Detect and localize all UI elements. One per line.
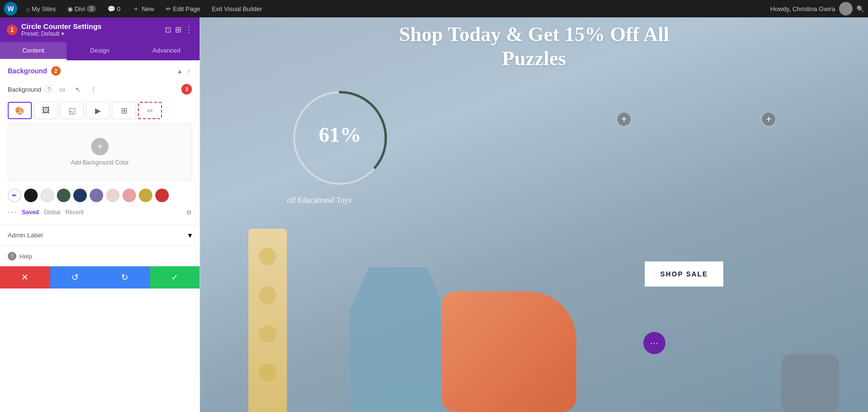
swatch-red[interactable] [155,189,169,202]
panel-preset[interactable]: Preset: Default ▾ [21,30,102,37]
toy-orange-decoration [441,291,576,412]
badge-3: 3 [181,84,192,95]
settings-gear-icon[interactable]: ⚙ [186,209,192,216]
comment-icon: 💬 [108,5,115,13]
new-label: New [142,5,154,13]
exit-builder-btn[interactable]: Exit Visual Builder [209,3,265,14]
redo-button[interactable]: ↻ [100,266,150,288]
divi-count: 3 [87,5,95,12]
undo-button[interactable]: ↺ [50,266,100,288]
bg-type-color[interactable]: 🎨 [8,102,32,119]
swatch-white[interactable] [41,189,54,202]
add-element-btn-2[interactable]: + [761,111,776,127]
wordpress-icon[interactable]: W [4,2,17,15]
options-icon[interactable]: ⋮ [87,83,99,95]
color-swatches: ✒ [8,185,192,206]
shop-sale-button[interactable]: SHOP SALE [645,261,723,287]
section-more-icon[interactable]: ⋮ [186,68,192,75]
recent-tab[interactable]: Recent [65,209,83,216]
saved-tabs-row: ··· Saved Global Recent ⚙ [8,206,192,219]
toy-wrench-decoration [350,267,446,412]
add-background-color-area: + Add Background Color [8,123,192,181]
preview-area: Shop Today & Get 15% Off All Puzzles 61%… [200,17,868,412]
tabs-row: Content Design Advanced [0,42,200,60]
tab-design[interactable]: Design [67,42,133,60]
cancel-button[interactable]: ✕ [0,266,50,288]
left-panel: 1 Circle Counter Settings Preset: Defaul… [0,17,200,412]
help-tooltip-icon[interactable]: ? [45,85,53,93]
panel-header-icons: ⊡ ⊞ ⋮ [165,25,193,34]
tab-advanced[interactable]: Advanced [133,42,200,60]
bg-type-video[interactable]: ▶ [86,102,110,119]
eyedropper-swatch[interactable]: ✒ [8,189,21,202]
plus-icon: ＋ [132,4,140,14]
promo-heading: Shop Today & Get 15% Off All Puzzles [341,17,727,71]
admin-bar: W ⌂ My Sites ◉ Divi 3 💬 0 ＋ New ✏ Edit P… [0,0,868,17]
panel-title: Circle Counter Settings [21,22,102,30]
section-header: Background 2 ▲ ⋮ [8,66,192,76]
main-content: 1 Circle Counter Settings Preset: Defaul… [0,17,868,412]
swatch-pink[interactable] [122,189,136,202]
new-menu[interactable]: ＋ New [129,2,157,16]
purple-dots-button[interactable]: ··· [643,332,665,354]
swatch-navy[interactable] [73,189,87,202]
background-label: Background [8,86,41,93]
swatch-purple[interactable] [90,189,103,202]
avatar [839,2,853,15]
more-icon[interactable]: ⋮ [185,25,193,34]
section-title: Background 2 [8,66,61,76]
dots-menu[interactable]: ··· [8,208,17,217]
divi-menu[interactable]: ◉ Divi 3 [65,3,99,14]
exit-builder-label: Exit Visual Builder [212,5,262,13]
minimize-icon[interactable]: ⊡ [165,25,171,34]
bg-type-tabs: 🎨 🖼 ◱ ▶ ⊞ ✏ [8,102,192,119]
sites-icon: ⌂ [26,5,30,13]
toy-gray-decoration [781,354,839,412]
bg-type-pattern[interactable]: ⊞ [112,102,136,119]
howdy-text: Howdy, Christina Gwira [770,5,835,13]
my-sites-label: My Sites [32,5,56,13]
bg-type-image[interactable]: 🖼 [34,102,58,119]
background-section: Background 2 ▲ ⋮ Background ? ▭ ↖ ⋮ 3 [0,60,200,224]
add-bg-circle-btn[interactable]: + [91,138,108,155]
expand-icon[interactable]: ⊞ [175,25,181,34]
right-content: Shop Today & Get 15% Off All Puzzles 61%… [200,17,868,412]
panel-header: 1 Circle Counter Settings Preset: Defaul… [0,17,200,42]
device-icon[interactable]: ▭ [56,83,68,95]
add-bg-label: Add Background Color [71,159,129,166]
help-row[interactable]: ? Help [0,246,200,266]
help-text: Help [19,253,32,260]
bottom-toolbar: ✕ ↺ ↻ ✓ [0,266,200,288]
my-sites-menu[interactable]: ⌂ My Sites [23,3,59,14]
edit-page-btn[interactable]: ✏ Edit Page [163,3,203,14]
saved-tab[interactable]: Saved [22,209,39,216]
bg-type-gradient[interactable]: ◱ [60,102,84,119]
divi-label: Divi [75,5,85,13]
admin-label-text: Admin Label [8,232,42,239]
circle-counter-svg: 61% [287,85,393,191]
swatch-black[interactable] [24,189,38,202]
save-button[interactable]: ✓ [150,266,200,288]
swatch-gold[interactable] [139,189,152,202]
admin-label-section: Admin Label ▾ [0,224,200,246]
add-element-btn-1[interactable]: + [616,111,632,127]
admin-bar-right: Howdy, Christina Gwira 🔍 [770,2,864,15]
background-row: Background ? ▭ ↖ ⋮ 3 [8,81,192,98]
tab-content[interactable]: Content [0,42,67,60]
panel-title-area: 1 Circle Counter Settings Preset: Defaul… [7,22,102,37]
comments-menu[interactable]: 💬 0 [105,3,123,14]
bg-type-mask[interactable]: ✏ [138,102,162,119]
divi-icon: ◉ [68,5,73,13]
chevron-down-icon: ▾ [61,30,64,37]
swatch-lightpink[interactable] [106,189,120,202]
circle-counter-widget: 61% off Educational Toys [287,85,393,205]
search-icon[interactable]: 🔍 [856,5,864,13]
badge-1: 1 [7,25,17,35]
global-tab[interactable]: Global [44,209,61,216]
swatch-darkgreen[interactable] [57,189,70,202]
pointer-icon[interactable]: ↖ [72,83,83,95]
collapse-icon[interactable]: ▲ [176,68,183,75]
comment-count: 0 [117,5,121,13]
admin-label-row[interactable]: Admin Label ▾ [8,231,192,240]
admin-label-chevron: ▾ [188,231,192,240]
